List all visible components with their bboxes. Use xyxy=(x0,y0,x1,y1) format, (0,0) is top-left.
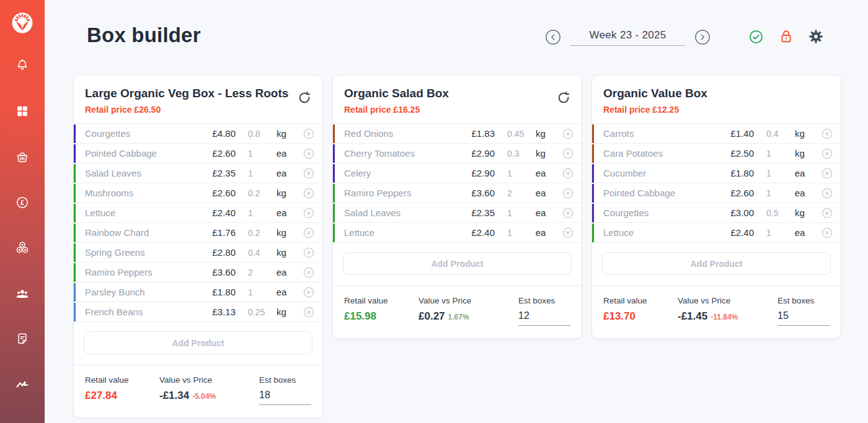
product-name: Pointed Cabbage xyxy=(76,148,192,159)
est-boxes-input[interactable]: 18 xyxy=(259,390,311,405)
product-qty-input[interactable]: 1 xyxy=(236,287,268,297)
product-rows: Red Onions £1.83 0.45 kg Cherry Tomatoes… xyxy=(333,123,582,243)
logo-icon[interactable] xyxy=(11,11,34,35)
remove-product-icon[interactable] xyxy=(295,307,322,318)
product-qty-input[interactable]: 2 xyxy=(495,188,527,198)
add-product-wrap: Add Product xyxy=(333,243,582,286)
add-product-button[interactable]: Add Product xyxy=(343,252,572,275)
remove-product-icon[interactable] xyxy=(813,227,841,238)
value-vs-price-label: Value vs Price xyxy=(159,375,259,385)
product-row: Pointed Cabbage £2.60 1 ea xyxy=(592,183,841,203)
product-qty-input[interactable]: 1 xyxy=(754,228,786,238)
remove-product-icon[interactable] xyxy=(813,207,841,219)
value-vs-price-label: Value vs Price xyxy=(418,296,518,305)
product-qty-input[interactable]: 1 xyxy=(495,208,527,218)
product-qty-input[interactable]: 0.8 xyxy=(236,129,268,139)
product-qty-input[interactable]: 0.4 xyxy=(236,248,268,258)
customers-icon[interactable] xyxy=(15,287,30,302)
product-unit: ea xyxy=(268,168,295,178)
add-product-wrap: Add Product xyxy=(592,243,841,286)
remove-product-icon[interactable] xyxy=(554,227,582,238)
activity-icon[interactable] xyxy=(15,377,30,392)
retail-value-label: Retail value xyxy=(85,375,159,385)
remove-product-icon[interactable] xyxy=(295,188,322,199)
product-row: Lettuce £2.40 1 ea xyxy=(333,223,582,243)
product-unit: kg xyxy=(527,148,554,159)
retail-value: £13.70 xyxy=(603,310,678,323)
dashboard-icon[interactable] xyxy=(16,105,29,118)
remove-product-icon[interactable] xyxy=(554,128,582,139)
box-card-header: Organic Salad Box Retail price £16.25 xyxy=(333,76,582,123)
remove-product-icon[interactable] xyxy=(295,267,322,278)
remove-product-icon[interactable] xyxy=(295,247,322,258)
product-row: Ramiro Peppers £3.60 2 ea xyxy=(74,263,322,282)
remove-product-icon[interactable] xyxy=(554,168,582,179)
next-week-button[interactable] xyxy=(694,29,711,45)
product-qty-input[interactable]: 0.3 xyxy=(495,149,527,159)
box-card: Organic Value Box Retail price £12.25 Ca… xyxy=(591,75,841,339)
box-title: Large Organic Veg Box - Less Roots xyxy=(85,87,311,100)
product-qty-input[interactable]: 0.25 xyxy=(236,307,268,317)
add-product-button[interactable]: Add Product xyxy=(84,331,312,354)
previous-week-button[interactable] xyxy=(545,29,561,45)
week-input[interactable]: Week 23 - 2025 xyxy=(570,27,685,46)
product-unit: kg xyxy=(268,307,295,317)
pricing-icon[interactable]: £ xyxy=(16,196,29,209)
remove-product-icon[interactable] xyxy=(295,287,322,298)
notifications-icon[interactable] xyxy=(16,58,29,72)
product-qty-input[interactable]: 1 xyxy=(754,188,786,198)
produce-icon[interactable] xyxy=(15,240,30,255)
product-name: Red Onions xyxy=(335,128,451,139)
remove-product-icon[interactable] xyxy=(295,168,322,179)
remove-product-icon[interactable] xyxy=(295,128,322,139)
remove-product-icon[interactable] xyxy=(554,148,582,159)
product-name: Cucumber xyxy=(594,168,711,178)
product-price: £3.13 xyxy=(192,307,236,317)
product-qty-input[interactable]: 1 xyxy=(236,208,268,218)
remove-product-icon[interactable] xyxy=(554,207,582,219)
product-qty-input[interactable]: 1 xyxy=(236,149,268,159)
product-qty-input[interactable]: 1 xyxy=(495,228,527,238)
remove-product-icon[interactable] xyxy=(813,148,841,159)
product-qty-input[interactable]: 0.45 xyxy=(495,129,527,139)
remove-product-icon[interactable] xyxy=(813,168,841,179)
product-qty-input[interactable]: 1 xyxy=(754,149,786,159)
value-vs-price-label: Value vs Price xyxy=(678,296,777,305)
remove-product-icon[interactable] xyxy=(813,188,841,199)
product-name: Parsley Bunch xyxy=(76,287,192,297)
refresh-icon[interactable] xyxy=(556,90,571,107)
remove-product-icon[interactable] xyxy=(295,227,322,238)
remove-product-icon[interactable] xyxy=(295,207,322,219)
remove-product-icon[interactable] xyxy=(295,148,322,159)
approved-check-icon[interactable] xyxy=(749,30,763,46)
product-qty-input[interactable]: 0.2 xyxy=(236,228,268,238)
product-price: £2.60 xyxy=(192,188,236,198)
product-qty-input[interactable]: 1 xyxy=(236,168,268,178)
est-boxes-label: Est boxes xyxy=(518,296,570,305)
remove-product-icon[interactable] xyxy=(813,128,841,139)
product-row: Courgettes £3.00 0.5 kg xyxy=(592,203,841,223)
refresh-icon[interactable] xyxy=(297,90,312,107)
settings-gear-icon[interactable] xyxy=(808,29,823,46)
product-unit: kg xyxy=(786,128,813,139)
est-boxes-input[interactable]: 12 xyxy=(518,310,570,326)
add-product-button[interactable]: Add Product xyxy=(602,252,831,275)
basket-icon[interactable] xyxy=(16,150,30,164)
product-row: Courgettes £4.80 0.8 kg xyxy=(74,124,322,144)
product-qty-input[interactable]: 0.5 xyxy=(754,208,786,218)
product-row: Celery £2.90 1 ea xyxy=(333,164,582,183)
remove-product-icon[interactable] xyxy=(554,188,582,199)
product-qty-input[interactable]: 1 xyxy=(495,168,527,178)
product-qty-input[interactable]: 1 xyxy=(754,168,786,178)
product-qty-input[interactable]: 2 xyxy=(236,268,268,277)
product-price: £2.35 xyxy=(192,168,236,178)
product-row: Parsley Bunch £1.80 1 ea xyxy=(74,282,322,302)
product-qty-input[interactable]: 0.2 xyxy=(236,188,268,198)
product-unit: kg xyxy=(527,128,554,139)
product-qty-input[interactable]: 0.4 xyxy=(754,129,786,139)
est-boxes-input[interactable]: 15 xyxy=(777,310,830,326)
notes-icon[interactable] xyxy=(16,332,29,346)
product-name: Lettuce xyxy=(76,207,192,218)
product-name: Lettuce xyxy=(594,227,711,238)
lock-icon[interactable] xyxy=(779,29,793,46)
